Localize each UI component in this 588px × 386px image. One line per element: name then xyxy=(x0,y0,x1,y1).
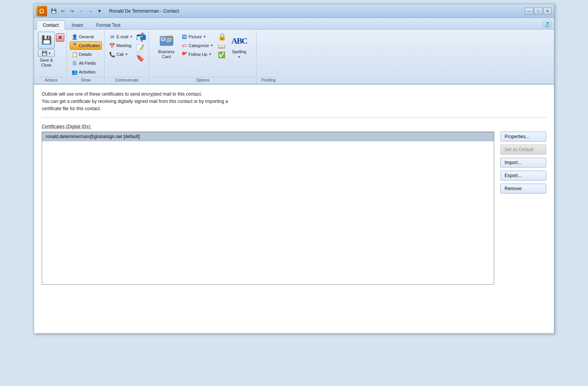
window-title: Ronald De Termmerman - Contact xyxy=(109,8,179,14)
info-line1: Outlook will use one of these certificat… xyxy=(42,91,546,98)
categorize-label: Categorize xyxy=(189,43,209,48)
proofing-label: Proofing xyxy=(259,77,278,83)
show-buttons-col1: 👤 General 🏅 Certificates 📋 Details ☰ All… xyxy=(70,32,102,76)
cert-buttons: Properties... Set as Default Import... E… xyxy=(500,132,546,194)
maximize-button[interactable]: □ xyxy=(534,8,542,15)
minimize-button[interactable]: — xyxy=(525,8,533,15)
business-card-btn[interactable]: BusinessCard xyxy=(156,32,177,60)
lock-icon: 🔒 xyxy=(218,33,226,41)
tab-contact[interactable]: Contact xyxy=(36,20,65,29)
import-button[interactable]: Import... xyxy=(500,158,546,168)
svg-point-3 xyxy=(41,10,43,12)
main-window: 💾 ↩ ↪ ← → ▼ Ronald De Termmerman - Conta… xyxy=(34,4,554,334)
follow-up-icon: 🚩 xyxy=(181,51,188,57)
follow-up-btn[interactable]: 🚩 Follow Up ▼ xyxy=(180,50,216,59)
main-content: Outlook will use one of these certificat… xyxy=(34,85,554,333)
help-button[interactable]: ? xyxy=(543,20,552,28)
remove-button[interactable]: Remove xyxy=(500,184,546,194)
delete-button[interactable]: ✕ xyxy=(56,33,64,42)
show-certificates-btn[interactable]: 🏅 Certificates xyxy=(70,41,102,50)
ribbon: 💾 💾 ▼ Save & Close ✕ Actions xyxy=(34,29,554,85)
general-label: General xyxy=(79,34,94,39)
svg-point-6 xyxy=(162,37,164,40)
show-content: 👤 General 🏅 Certificates 📋 Details ☰ All… xyxy=(70,32,102,76)
close-button[interactable]: ✕ xyxy=(543,8,552,15)
options-buttons: 🖼 Picture ▼ 🏷 Categorize ▼ 🚩 Follow Up ▼ xyxy=(180,32,216,59)
cert-list[interactable]: ronald.detemmerman@globalsign.net [defau… xyxy=(42,132,494,285)
redo-toolbar-btn[interactable]: ↪ xyxy=(68,7,76,15)
show-details-btn[interactable]: 📋 Details xyxy=(70,50,102,59)
forward-toolbar-btn[interactable]: → xyxy=(86,7,95,15)
save-dropdown-arrow: ▼ xyxy=(48,52,51,55)
export-button[interactable]: Export... xyxy=(500,171,546,181)
spelling-label: Spelling▼ xyxy=(232,49,246,59)
show-activities-btn[interactable]: 👥 Activities xyxy=(70,68,102,76)
email-extra-icon: 📬 xyxy=(136,33,146,42)
cert-list-item[interactable]: ronald.detemmerman@globalsign.net [defau… xyxy=(42,132,494,141)
categorize-icon: 🏷 xyxy=(181,42,188,49)
details-icon: 📋 xyxy=(72,51,78,57)
options-label: Options xyxy=(152,77,254,83)
activities-icon: 👥 xyxy=(72,69,78,75)
details-label: Details xyxy=(79,52,92,57)
show-allfields-btn[interactable]: ☰ All Fields xyxy=(70,59,102,67)
tab-insert[interactable]: Insert xyxy=(65,20,90,29)
call-label: Call xyxy=(116,52,124,57)
communicate-buttons: ✉ E-mail ▼ 📅 Meeting 📞 Call ▼ xyxy=(107,32,135,59)
communicate-label: Communicate xyxy=(107,77,146,83)
info-line3: certificate file for this contact. xyxy=(42,105,546,112)
save-close-label: Save & Close xyxy=(40,58,53,67)
spelling-btn[interactable]: ABC Spelling▼ xyxy=(229,32,250,60)
picture-btn[interactable]: 🖼 Picture ▼ xyxy=(180,33,216,41)
communicate-meeting-btn[interactable]: 📅 Meeting xyxy=(107,41,135,50)
set-default-button[interactable]: Set as Default xyxy=(500,145,546,155)
call-icon: 📞 xyxy=(109,51,115,57)
business-card-icon xyxy=(159,33,174,49)
certificates-label: Certificates xyxy=(79,43,100,48)
meeting-extra-icon: 📝 xyxy=(136,44,146,52)
email-icon: ✉ xyxy=(109,34,115,40)
app-icon xyxy=(36,6,47,16)
certificates-icon: 🏅 xyxy=(72,42,78,49)
save-small-btn[interactable]: 💾 ▼ xyxy=(38,49,55,57)
general-icon: 👤 xyxy=(72,34,78,40)
activities-label: Activities xyxy=(79,70,95,74)
cert-section-label: Certificates (Digital IDs): xyxy=(42,124,546,129)
check-contact-icon: ✅ xyxy=(218,51,226,59)
svg-rect-10 xyxy=(160,42,165,42)
customize-toolbar-btn[interactable]: ▼ xyxy=(95,7,104,15)
back-toolbar-btn[interactable]: ← xyxy=(77,7,85,15)
options-extra: 🔒 📖 ✅ xyxy=(218,32,226,59)
title-bar-left: 💾 ↩ ↪ ← → ▼ Ronald De Termmerman - Conta… xyxy=(36,6,525,16)
book-icon: 📖 xyxy=(218,42,226,50)
communicate-content: ✉ E-mail ▼ 📅 Meeting 📞 Call ▼ xyxy=(107,32,146,76)
save-small-icon: 💾 xyxy=(42,50,47,56)
undo-toolbar-btn[interactable]: ↩ xyxy=(59,7,67,15)
picture-icon: 🖼 xyxy=(181,34,188,40)
tab-format-text[interactable]: Format Text xyxy=(90,20,127,29)
allfields-label: All Fields xyxy=(79,61,96,65)
ribbon-tabs: Contact Insert Format Text ? xyxy=(34,18,554,29)
title-bar: 💾 ↩ ↪ ← → ▼ Ronald De Termmerman - Conta… xyxy=(34,4,554,18)
content-area: ronald.detemmerman@globalsign.net [defau… xyxy=(42,132,546,285)
properties-button[interactable]: Properties... xyxy=(500,132,546,142)
communicate-email-btn[interactable]: ✉ E-mail ▼ xyxy=(107,33,135,41)
meeting-icon: 📅 xyxy=(109,42,115,49)
communicate-extra: 📬 📝 🔖 xyxy=(136,32,146,62)
info-line2: You can get a certificate by receiving d… xyxy=(42,98,546,105)
options-content: BusinessCard 🖼 Picture ▼ 🏷 Categorize ▼ xyxy=(156,32,250,76)
meeting-label: Meeting xyxy=(116,43,131,48)
save-large-btn[interactable]: 💾 xyxy=(38,32,55,49)
delete-group: ✕ xyxy=(56,32,64,42)
show-label: Show xyxy=(70,77,102,83)
communicate-call-btn[interactable]: 📞 Call ▼ xyxy=(107,50,135,59)
window-controls: — □ ✕ xyxy=(525,8,552,15)
business-card-label: BusinessCard xyxy=(158,49,175,59)
show-general-btn[interactable]: 👤 General xyxy=(70,33,102,41)
categorize-btn[interactable]: 🏷 Categorize ▼ xyxy=(180,41,216,50)
save-toolbar-btn[interactable]: 💾 xyxy=(49,7,58,15)
allfields-icon: ☰ xyxy=(72,60,78,66)
info-text-block: Outlook will use one of these certificat… xyxy=(42,91,546,118)
picture-label: Picture xyxy=(189,34,202,39)
ribbon-group-show: 👤 General 🏅 Certificates 📋 Details ☰ All… xyxy=(67,31,105,84)
